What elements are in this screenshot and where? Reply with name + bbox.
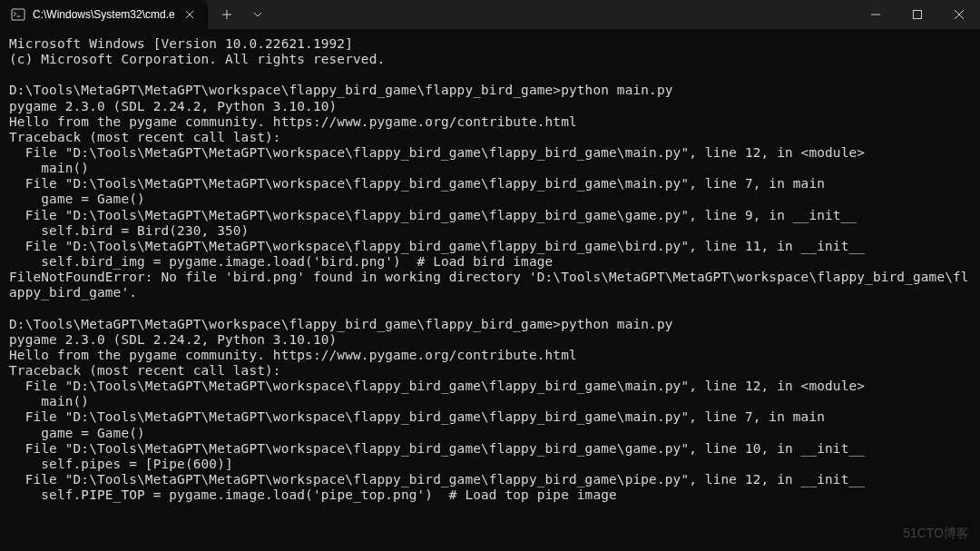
tab-active[interactable]: C:\Windows\System32\cmd.e xyxy=(0,0,208,29)
tab-title: C:\Windows\System32\cmd.e xyxy=(33,8,175,21)
chevron-down-icon xyxy=(253,10,262,19)
maximize-icon xyxy=(913,10,922,19)
watermark: 51CTO博客 xyxy=(903,526,969,542)
tab-dropdown-button[interactable] xyxy=(244,2,271,27)
minimize-button[interactable] xyxy=(855,0,897,29)
plus-icon xyxy=(221,9,232,20)
maximize-button[interactable] xyxy=(897,0,938,29)
titlebar-actions xyxy=(208,0,277,29)
new-tab-button[interactable] xyxy=(213,2,240,27)
svg-rect-3 xyxy=(914,11,922,19)
svg-rect-0 xyxy=(12,9,24,20)
close-icon xyxy=(955,10,964,19)
terminal-output[interactable]: Microsoft Windows [Version 10.0.22621.19… xyxy=(0,29,980,510)
tab-close-button[interactable] xyxy=(182,7,197,22)
titlebar-drag-region[interactable] xyxy=(277,0,855,29)
window-controls xyxy=(855,0,980,29)
cmd-icon xyxy=(11,7,25,22)
close-button[interactable] xyxy=(938,0,980,29)
minimize-icon xyxy=(871,10,880,19)
titlebar: C:\Windows\System32\cmd.e xyxy=(0,0,980,29)
